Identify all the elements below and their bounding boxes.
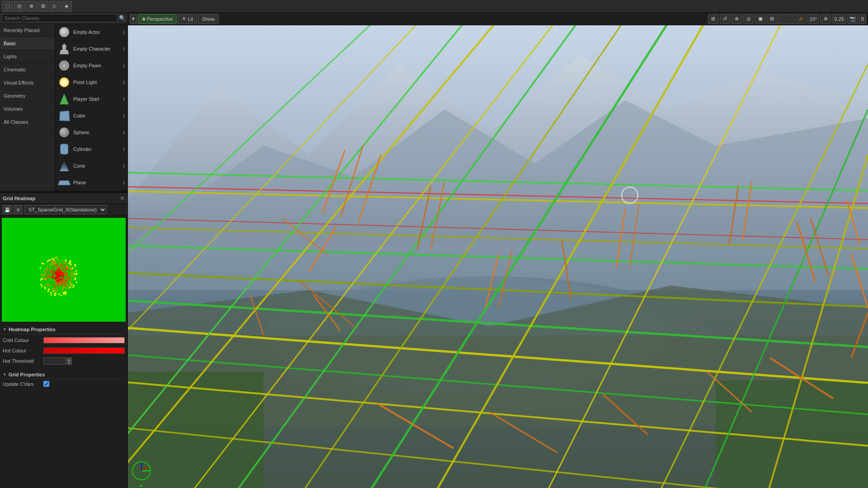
right-controls: ⊞ ↺ ⊕ ◎ ▣ ⊞ 10 ⚠ 10° ⊕ 0.25 📷 8 (708, 14, 866, 24)
svg-line-43 (485, 254, 499, 308)
svg-line-18 (128, 353, 868, 417)
cylinder-icon (58, 143, 71, 155)
warning-icon: ⚠ (796, 14, 807, 24)
category-geometry[interactable]: Geometry (0, 89, 55, 103)
item-info-player-start: ℹ (123, 96, 125, 102)
svg-line-47 (630, 204, 639, 267)
toolbar-btn-6[interactable]: ◈ (61, 1, 72, 12)
update-cvars-checkbox[interactable] (43, 381, 49, 387)
item-label-cone: Cone (73, 163, 121, 169)
item-info-empty-character: ℹ (123, 46, 125, 52)
hm-save-button[interactable]: 💾 (3, 205, 12, 214)
item-info-cube: ℹ (123, 113, 125, 119)
empty-char-icon (58, 42, 71, 55)
world-button[interactable]: ◎ (743, 14, 754, 24)
category-volumes[interactable]: Volumes (0, 103, 55, 116)
place-panel: 🔍 Recently Placed Basic Lights Ci (0, 13, 127, 191)
viewport-mode-dropdown[interactable]: ▾ (130, 14, 137, 24)
place-content: Recently Placed Basic Lights Cinematic V… (0, 24, 127, 191)
grid-dropdown[interactable]: ST_SparseGrid_0(Standalone) (24, 205, 107, 214)
heatmap-props-arrow-icon: ▼ (3, 327, 7, 332)
place-item-empty-actor[interactable]: Empty Actor ℹ (55, 24, 127, 41)
spinner-up-button[interactable]: ▲ (66, 357, 72, 361)
hot-colour-label: Hot Colour (3, 348, 43, 353)
svg-line-28 (761, 155, 868, 488)
rotate-button[interactable]: ↺ (720, 14, 731, 24)
category-cinematic[interactable]: Cinematic (0, 63, 55, 76)
toolbar-btn-3[interactable]: ⊕ (26, 1, 37, 12)
place-item-point-light[interactable]: Point Light ℹ (55, 74, 127, 91)
place-item-cone[interactable]: Cone ℹ (55, 158, 127, 174)
grid-snap-input[interactable]: 10 (778, 14, 795, 24)
svg-line-16 (128, 245, 868, 270)
spinner-down-button[interactable]: ▼ (66, 361, 72, 365)
hm-settings-button[interactable]: ⚙ (14, 205, 23, 214)
hot-threshold-input[interactable]: 3 (43, 357, 66, 365)
category-basic[interactable]: Basic (0, 37, 55, 50)
hot-colour-picker[interactable] (43, 347, 125, 354)
main-area: 🔍 Recently Placed Basic Lights Ci (0, 13, 868, 488)
toolbar-btn-5[interactable]: ▷ (49, 1, 60, 12)
place-item-cylinder[interactable]: Cylinder ℹ (55, 141, 127, 158)
place-item-empty-pawn[interactable]: Empty Pawn ℹ (55, 57, 127, 74)
svg-line-11 (128, 272, 868, 308)
svg-line-22 (173, 25, 557, 488)
item-label-cylinder: Cylinder (73, 146, 121, 152)
svg-line-23 (286, 25, 625, 488)
svg-line-32 (693, 109, 868, 488)
svg-line-48 (729, 186, 738, 245)
item-label-empty-character: Empty Character (73, 46, 121, 52)
svg-line-36 (359, 155, 381, 222)
spinner-arrows: ▲ ▼ (66, 357, 72, 365)
svg-line-44 (499, 249, 512, 308)
svg-line-29 (128, 25, 467, 488)
toolbar-btn-4[interactable]: ⊞ (38, 1, 48, 12)
camera-speed-icon[interactable]: 📷 (847, 14, 858, 24)
place-item-sphere[interactable]: Sphere ℹ (55, 124, 127, 141)
toolbar-btn-1[interactable]: ⬚ (2, 1, 13, 12)
show-button[interactable]: Show (198, 14, 219, 24)
svg-marker-2 (128, 100, 868, 290)
svg-line-60 (851, 313, 868, 358)
svg-line-59 (847, 200, 860, 245)
svg-line-35 (340, 145, 363, 218)
heatmap-properties-section[interactable]: ▼ Heatmap Properties (3, 325, 125, 334)
place-item-cube[interactable]: Cube ℹ (55, 108, 127, 124)
grid-heatmap-close-button[interactable]: ✕ (120, 195, 125, 202)
category-sidebar: Recently Placed Basic Lights Cinematic V… (0, 24, 55, 191)
camera-speed-value: 8 (859, 14, 866, 24)
svg-point-4 (264, 277, 670, 394)
place-item-plane[interactable]: Plane ℹ (55, 174, 127, 191)
perspective-button[interactable]: ◈ Perspective (138, 14, 177, 24)
viewport[interactable]: ▾ ◈ Perspective ☀ Lit Show ⊞ ↺ ⊕ ◎ ▣ ⊞ (128, 13, 868, 488)
category-visual-effects[interactable]: Visual Effects (0, 76, 55, 89)
cold-colour-picker[interactable] (43, 337, 125, 343)
item-label-sphere: Sphere (73, 130, 121, 135)
toolbar-btn-2[interactable]: ◎ (14, 1, 25, 12)
svg-line-37 (282, 218, 327, 254)
svg-line-52 (851, 254, 868, 308)
svg-point-62 (132, 462, 151, 480)
category-all-classes[interactable]: All Classes (0, 116, 55, 129)
surface-snapping-button[interactable]: ▣ (755, 14, 766, 24)
show-label: Show (202, 16, 215, 22)
grid-properties: ▼ Grid Properties Update CVars (0, 369, 127, 390)
category-recently-placed[interactable]: Recently Placed (0, 24, 55, 37)
translate-button[interactable]: ⊞ (708, 14, 719, 24)
heatmap-props-title: Heatmap Properties (9, 327, 56, 332)
svg-rect-5 (128, 335, 868, 488)
lit-icon: ☀ (182, 16, 186, 22)
place-item-player-start[interactable]: Player Start ℹ (55, 91, 127, 108)
grid-heatmap-panel: Grid Heatmap ✕ 💾 ⚙ ST_SparseGrid_0(Stand… (0, 193, 127, 488)
svg-line-27 (128, 25, 422, 426)
lit-button[interactable]: ☀ Lit (178, 14, 197, 24)
grid-snap-toggle[interactable]: ⊞ (767, 14, 778, 24)
place-item-empty-character[interactable]: Empty Character ℹ (55, 41, 127, 57)
scale-button[interactable]: ⊕ (731, 14, 742, 24)
scale-snap-toggle[interactable]: ⊕ (820, 14, 831, 24)
grid-props-title: Grid Properties (9, 372, 45, 377)
category-lights[interactable]: Lights (0, 50, 55, 63)
grid-heatmap-header: Grid Heatmap ✕ (0, 193, 127, 204)
search-input[interactable] (2, 14, 118, 22)
grid-properties-section[interactable]: ▼ Grid Properties (3, 371, 125, 379)
